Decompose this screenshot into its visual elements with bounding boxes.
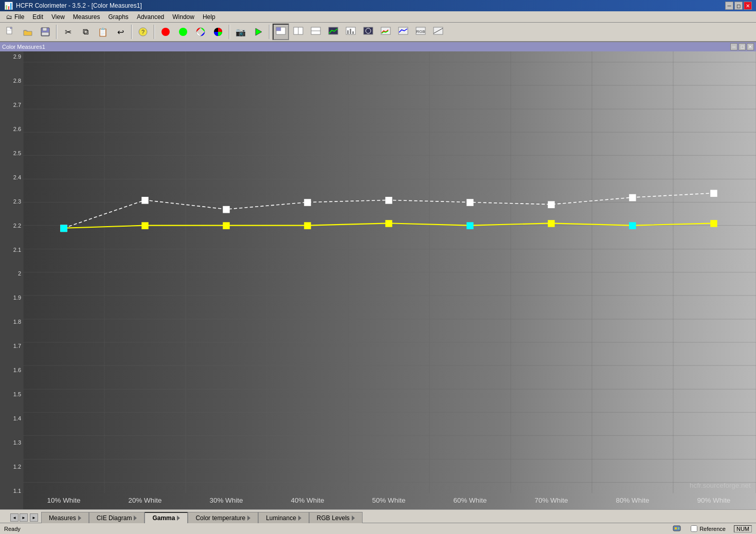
graph-view-7-icon [380, 26, 391, 38]
copy-button[interactable]: ⧉ [77, 24, 94, 40]
yellow-point-4 [385, 220, 392, 227]
chart-svg: hcfr.sourceforge.net 10% White 20% White… [23, 51, 756, 509]
color-wheel-icon [212, 26, 224, 38]
y-label-14: 1.4 [2, 416, 21, 421]
separator-4 [229, 25, 230, 39]
statusbar-right: Reference NUM [672, 524, 752, 534]
close-button[interactable]: ✕ [744, 2, 752, 10]
graph-view-2-button[interactable] [290, 24, 307, 40]
menu-window[interactable]: Window [168, 11, 199, 22]
color-multi-button[interactable] [192, 24, 209, 40]
menu-measures[interactable]: Measures [69, 11, 104, 22]
tab-luminance[interactable]: Luminance [258, 512, 309, 523]
graph-view-2-icon [293, 26, 304, 38]
color-wheel-button[interactable] [210, 24, 226, 40]
menu-graphs[interactable]: Graphs [104, 11, 133, 22]
white-point-7 [629, 194, 636, 201]
inner-minimize-button[interactable]: ─ [730, 43, 737, 50]
minimize-button[interactable]: ─ [725, 2, 733, 10]
inner-close-button[interactable]: ✕ [747, 43, 754, 50]
play-button[interactable] [250, 24, 266, 40]
menu-help[interactable]: Help [199, 11, 220, 22]
scroll-extra-button[interactable]: ► [30, 513, 38, 522]
menu-file[interactable]: 🗂 File [2, 11, 28, 22]
svg-rect-3 [43, 28, 47, 31]
open-icon [22, 26, 33, 38]
graph-view-4-button[interactable] [325, 24, 341, 40]
help-button[interactable]: ? [135, 24, 151, 40]
tab-measures-arrow [78, 515, 81, 521]
app-title: HCFR Colorimeter - 3.5.2 - [Color Measur… [16, 2, 142, 9]
inner-restore-button[interactable]: ◻ [739, 43, 746, 50]
reference-checkbox[interactable] [691, 525, 697, 532]
menu-file-icon: 🗂 [6, 13, 12, 21]
open-button[interactable] [20, 24, 36, 40]
x-axis-labels: 10% White 20% White 30% White 40% White … [47, 496, 731, 504]
y-label-26: 2.6 [2, 126, 21, 132]
white-point-6 [548, 201, 554, 208]
tab-luminance-arrow [298, 515, 301, 521]
reference-area: Reference [691, 525, 726, 532]
y-label-13: 1.3 [2, 440, 21, 446]
num-indicator: NUM [734, 525, 752, 532]
save-button[interactable] [37, 24, 53, 40]
graph-view-3-button[interactable] [308, 24, 324, 40]
graph-view-6-icon [363, 26, 374, 38]
scroll-left-button[interactable]: ◄ [10, 513, 19, 522]
svg-text:80% White: 80% White [616, 496, 649, 504]
white-point-3 [304, 199, 311, 206]
graph-view-5-button[interactable] [343, 24, 359, 40]
yellow-point-1 [141, 222, 148, 229]
graph-view-6-button[interactable] [360, 24, 376, 40]
new-button[interactable] [2, 24, 19, 40]
menu-advanced[interactable]: Advanced [133, 11, 168, 22]
tab-gamma[interactable]: Gamma [145, 512, 188, 523]
graph-view-3-icon [310, 26, 321, 38]
y-label-17: 1.7 [2, 343, 21, 349]
graph-view-10-button[interactable] [430, 24, 446, 40]
graph-view-7-button[interactable] [377, 24, 394, 40]
yellow-point-8 [710, 220, 717, 227]
graph-view-1-button[interactable] [273, 24, 289, 40]
tab-measures[interactable]: Measures [41, 512, 89, 523]
yellow-point-2 [223, 222, 229, 229]
svg-rect-4 [42, 32, 49, 35]
svg-point-8 [179, 28, 187, 36]
colorimeter-icon-area [672, 524, 682, 534]
paste-button[interactable]: 📋 [95, 24, 111, 40]
camera-button[interactable]: 📷 [232, 24, 249, 40]
svg-text:?: ? [141, 29, 145, 35]
color-green-button[interactable] [175, 24, 191, 40]
tab-color-temperature[interactable]: Color temperature [188, 512, 258, 523]
svg-text:RGB: RGB [416, 29, 425, 34]
graph-view-5-icon [345, 26, 356, 38]
help-icon: ? [137, 26, 149, 38]
svg-text:50% White: 50% White [372, 496, 406, 504]
graph-view-8-button[interactable] [395, 24, 411, 40]
color-red-button[interactable] [157, 24, 174, 40]
inner-titlebar-buttons: ─ ◻ ✕ [730, 43, 754, 50]
graph-view-9-button[interactable]: RGB [412, 24, 429, 40]
cut-button[interactable]: ✂ [60, 24, 76, 40]
inner-title-bar: Color Measures1 ─ ◻ ✕ [0, 42, 756, 51]
scroll-right-button[interactable]: ► [20, 513, 28, 522]
tab-cie-diagram[interactable]: CIE Diagram [89, 512, 145, 523]
undo-button[interactable]: ↩ [112, 24, 129, 40]
watermark: hcfr.sourceforge.net [690, 482, 751, 489]
yellow-point-3 [304, 222, 311, 229]
cyan-point-0 [60, 225, 67, 232]
menu-edit[interactable]: Edit [28, 11, 47, 22]
y-label-24: 2.4 [2, 175, 21, 180]
restore-button[interactable]: ◻ [734, 2, 743, 10]
y-label-27: 2.7 [2, 102, 21, 108]
white-point-1 [141, 197, 148, 204]
tab-rgb-levels[interactable]: RGB Levels [309, 512, 363, 523]
svg-rect-20 [347, 30, 349, 34]
y-label-11: 1.1 [2, 488, 21, 494]
color-green-icon [177, 26, 189, 38]
white-point-4 [385, 197, 392, 204]
menu-view[interactable]: View [47, 11, 69, 22]
y-label-25: 2.5 [2, 151, 21, 156]
svg-marker-11 [256, 28, 262, 35]
y-label-22: 2.2 [2, 223, 21, 229]
